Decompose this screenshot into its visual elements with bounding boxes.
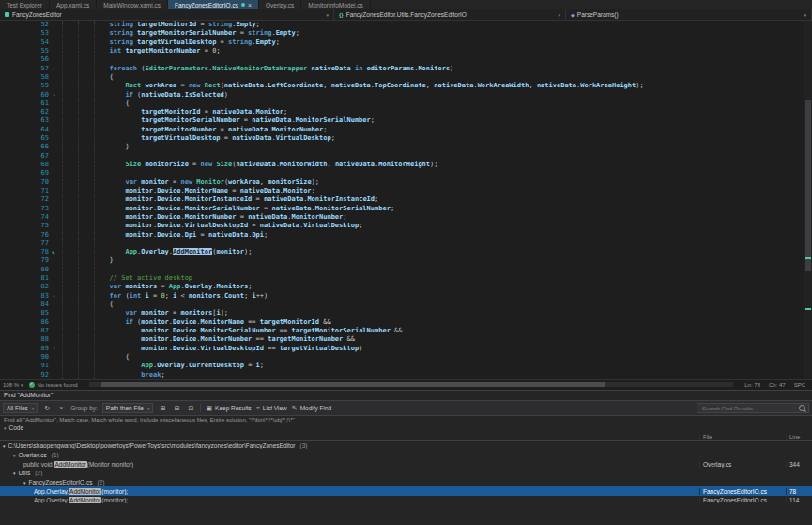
code-line[interactable]: 54 string targetVirtualDesktop = string.… [0, 39, 812, 47]
line-number[interactable]: 90 [0, 353, 53, 362]
clear-results-icon[interactable]: × [56, 404, 66, 413]
line-number[interactable]: 73 [0, 205, 53, 213]
line-number[interactable]: 74 [0, 213, 53, 222]
breadcrumb-project-dropdown[interactable]: FancyZonesEditor ▾ [0, 9, 334, 20]
code-line[interactable]: 62 targetMonitorId = nativeData.Monitor; [0, 108, 812, 116]
line-number[interactable]: 72 [0, 195, 53, 204]
find-result-row[interactable]: public void AddMonitor(Monitor monitor)O… [0, 459, 812, 469]
code-line[interactable]: 64 targetMonitorNumber = nativeData.Moni… [0, 126, 812, 134]
code-line[interactable]: 83▾ for (int i = 0; i < monitors.Count; … [0, 292, 812, 301]
refresh-icon[interactable]: ↻ [42, 404, 52, 413]
line-number[interactable]: 70 [0, 178, 53, 187]
code-line[interactable]: 90 { [0, 353, 812, 362]
code-line[interactable]: 70 var monitor = new Monitor(workArea, m… [0, 178, 812, 187]
document-health-indicator[interactable]: ✓ No issues found [29, 382, 78, 388]
code-line[interactable]: 85 var monitor = monitors[i]; [0, 309, 812, 317]
line-number[interactable]: 58 [0, 73, 53, 82]
line-number[interactable]: 71 [0, 187, 53, 195]
line-number[interactable]: 92 [0, 371, 53, 379]
code-line[interactable]: 67 [0, 152, 812, 161]
line-number[interactable]: 89 [0, 345, 53, 353]
line-number[interactable]: 64 [0, 126, 53, 134]
line-number[interactable]: 83 [0, 292, 53, 301]
code-line[interactable]: 57▾ foreach (EditorParameters.NativeMoni… [0, 65, 812, 73]
editor-vertical-scrollbar[interactable] [804, 21, 812, 379]
line-number[interactable]: 79 [0, 256, 53, 265]
copy-results-icon[interactable]: ⊡ [186, 404, 195, 413]
line-number[interactable]: 54 [0, 39, 53, 47]
tab-mainwindow-xaml-cs[interactable]: MainWindow.xaml.cs [97, 0, 168, 9]
line-number[interactable]: 62 [0, 108, 53, 116]
find-group-row[interactable]: ▾Utils(2) [0, 469, 812, 478]
header-line-column[interactable]: Line [786, 434, 812, 440]
scope-dropdown[interactable]: ▾ Code [0, 424, 812, 432]
find-group-row[interactable]: ▾FancyZonesEditorIO.cs(2) [0, 478, 812, 487]
code-line[interactable]: 66 } [0, 143, 812, 151]
line-number[interactable]: 82 [0, 283, 53, 291]
code-line[interactable]: 65 targetVirtualDesktop = nativeData.Vir… [0, 134, 812, 143]
code-line[interactable]: 89▾ monitor.Device.VirtualDesktopId == t… [0, 345, 812, 353]
line-number[interactable]: 67 [0, 152, 53, 161]
tree-expander-icon[interactable]: ▾ [13, 453, 16, 458]
code-line[interactable]: 69 [0, 169, 812, 178]
code-line[interactable]: 73 monitor.Device.MonitorSerialNumber = … [0, 205, 812, 213]
code-line[interactable]: 53 string targetMonitorSerialNumber = st… [0, 29, 812, 38]
line-number[interactable]: 56 [0, 55, 53, 64]
line-number[interactable]: 91 [0, 362, 53, 370]
search-input[interactable] [700, 405, 796, 412]
code-line[interactable]: 82 var monitors = App.Overlay.Monitors; [0, 283, 812, 291]
code-line[interactable]: 68 Size monitorSize = new Size(nativeDat… [0, 161, 812, 169]
line-number[interactable]: 65 [0, 134, 53, 143]
search-find-results-box[interactable] [697, 403, 809, 413]
find-result-row[interactable]: App.Overlay.AddMonitor(monitor);FancyZon… [0, 486, 812, 496]
tab-app-xaml-cs[interactable]: App.xaml.cs [50, 0, 97, 9]
line-number[interactable]: 68 [0, 161, 53, 169]
zoom-control[interactable]: 108 % ▾ [3, 382, 23, 388]
code-line[interactable]: 71 monitor.Device.MonitorName = nativeDa… [0, 187, 812, 195]
line-number[interactable]: 76 [0, 231, 53, 239]
line-number[interactable]: 55 [0, 47, 53, 55]
line-number[interactable]: 77 [0, 239, 53, 248]
tree-expander-icon[interactable]: ▾ [3, 443, 6, 449]
line-number[interactable]: 60 [0, 91, 53, 100]
tab-fancyzoneseditorio-cs[interactable]: FancyZonesEditorIO.cs× [168, 0, 259, 9]
code-line[interactable]: 86 if (monitor.Device.MonitorName == tar… [0, 318, 812, 327]
breadcrumb-member-dropdown[interactable]: ◆ ParseParams() ▾ [566, 9, 812, 20]
group-by-dropdown[interactable]: Path then File ▾ [102, 403, 154, 413]
fold-chevron-icon[interactable]: ▾ [53, 292, 55, 301]
code-line[interactable]: 81 // Set active desktop [0, 274, 812, 283]
line-number[interactable]: 84 [0, 301, 53, 309]
find-group-row[interactable]: ▾C:\Users\shaopengwang\Desktop\powertoys… [0, 441, 812, 451]
line-number[interactable]: 61 [0, 100, 53, 108]
expand-all-icon[interactable]: ⊞ [158, 404, 167, 413]
tab-overlay-cs[interactable]: Overlay.cs [259, 0, 301, 9]
code-line[interactable]: 72 monitor.Device.MonitorInstanceId = na… [0, 195, 812, 204]
line-number[interactable]: 81 [0, 274, 53, 283]
line-number[interactable]: 78 [0, 248, 53, 256]
code-line[interactable]: 61 { [0, 100, 812, 108]
line-number[interactable]: 69 [0, 169, 53, 178]
code-line[interactable]: 58 { [0, 73, 812, 82]
breadcrumb-type-dropdown[interactable]: {} FancyZonesEditor.Utils.FancyZonesEdit… [334, 9, 566, 20]
file-filter-dropdown[interactable]: All Files ▾ [3, 403, 38, 413]
code-line[interactable]: 78✎ App.Overlay.AddMonitor(monitor); [0, 248, 812, 256]
find-result-row[interactable]: App.Overlay.AddMonitor(monitor);FancyZon… [0, 496, 812, 505]
code-line[interactable]: 63 targetMonitorSerialNumber = nativeDat… [0, 116, 812, 125]
code-line[interactable]: 87 monitor.Device.MonitorSerialNumber ==… [0, 327, 812, 335]
line-number[interactable]: 57 [0, 65, 53, 73]
line-number[interactable]: 53 [0, 29, 53, 38]
tab-monitorinfomodel-cs[interactable]: MonitorInfoModel.cs [301, 0, 371, 9]
collapse-all-icon[interactable]: ⊟ [172, 404, 181, 413]
code-line[interactable]: 76 monitor.Device.Dpi = nativeData.Dpi; [0, 231, 812, 239]
line-number[interactable]: 75 [0, 222, 53, 230]
list-view-toggle[interactable]: ≡ List View [256, 405, 287, 411]
modify-find-button[interactable]: ✎ Modify Find [292, 405, 331, 411]
keep-results-toggle[interactable]: ▣ Keep Results [206, 405, 251, 411]
code-editor[interactable]: 52 string targetMonitorId = string.Empty… [0, 21, 812, 379]
find-group-row[interactable]: ▾Overlay.cs(1) [0, 451, 812, 460]
tree-expander-icon[interactable]: ▾ [13, 471, 16, 476]
code-line[interactable]: 59 Rect workArea = new Rect(nativeData.L… [0, 82, 812, 90]
code-line[interactable]: 55 int targetMonitorNumber = 0; [0, 47, 812, 55]
header-file-column[interactable]: File [699, 434, 786, 440]
code-line[interactable]: 74 monitor.Device.MonitorNumber = native… [0, 213, 812, 222]
